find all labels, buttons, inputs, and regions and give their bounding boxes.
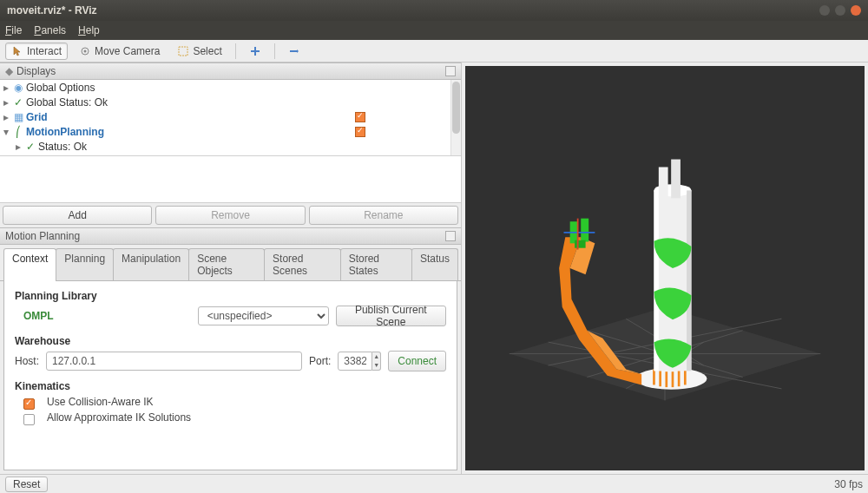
3d-viewport[interactable] bbox=[465, 66, 865, 470]
approx-ik-checkbox[interactable] bbox=[23, 414, 35, 425]
port-input[interactable] bbox=[338, 352, 372, 371]
grid-checkbox[interactable] bbox=[355, 112, 365, 122]
remove-tool-button[interactable] bbox=[282, 43, 306, 60]
tabs: Context Planning Manipulation Scene Obje… bbox=[0, 245, 461, 281]
check-icon: ✓ bbox=[24, 141, 36, 153]
window-title: moveit.rviz* - RViz bbox=[7, 4, 819, 16]
port-spinner[interactable]: ▲▼ bbox=[372, 352, 381, 371]
statusbar: Reset 30 fps bbox=[0, 474, 868, 493]
add-tool-button[interactable] bbox=[243, 43, 267, 60]
select-button[interactable]: Select bbox=[171, 43, 227, 60]
displays-tree[interactable]: ▸◉ Global Options ▸✓ Global Status: Ok ▸… bbox=[0, 80, 461, 156]
remove-button[interactable]: Remove bbox=[155, 206, 305, 225]
separator bbox=[235, 43, 236, 59]
svg-point-12 bbox=[635, 368, 707, 390]
svg-rect-24 bbox=[671, 160, 681, 199]
tree-item-global-status[interactable]: ▸✓ Global Status: Ok bbox=[0, 95, 461, 109]
tab-stored-scenes[interactable]: Stored Scenes bbox=[264, 248, 341, 280]
svg-rect-27 bbox=[575, 240, 586, 248]
gear-icon: ◉ bbox=[12, 82, 24, 94]
close-button[interactable] bbox=[851, 5, 861, 16]
svg-point-1 bbox=[84, 49, 87, 52]
interact-button[interactable]: Interact bbox=[5, 43, 68, 60]
tree-item-grid[interactable]: ▸▦ Grid bbox=[0, 109, 461, 124]
tree-item-motion-planning[interactable]: ▾⎛ MotionPlanning bbox=[0, 124, 461, 139]
titlebar: moveit.rviz* - RViz bbox=[0, 0, 868, 21]
tab-context[interactable]: Context bbox=[3, 248, 56, 280]
minimize-button[interactable] bbox=[819, 5, 830, 16]
tree-item-global-options[interactable]: ▸◉ Global Options bbox=[0, 80, 461, 95]
menubar: File Panels Help bbox=[0, 21, 868, 40]
connect-button[interactable]: Connect bbox=[388, 351, 446, 371]
scrollbar[interactable] bbox=[450, 80, 461, 155]
expand-icon[interactable]: ◆ bbox=[5, 65, 13, 77]
collision-ik-label: Use Collision-Aware IK bbox=[47, 396, 154, 408]
planning-library-title: Planning Library bbox=[15, 290, 446, 302]
plus-icon bbox=[249, 45, 261, 57]
panel-undock-button[interactable] bbox=[445, 231, 456, 241]
context-tab-body: Planning Library OMPL <unspecified> Publ… bbox=[3, 281, 457, 470]
publish-scene-button[interactable]: Publish Current Scene bbox=[336, 306, 446, 326]
menu-help[interactable]: Help bbox=[78, 24, 100, 36]
select-icon bbox=[177, 45, 189, 57]
move-camera-button[interactable]: Move Camera bbox=[73, 43, 166, 60]
separator bbox=[274, 43, 275, 59]
maximize-button[interactable] bbox=[835, 5, 845, 16]
displays-header: ◆ Displays bbox=[0, 62, 461, 80]
tab-manipulation[interactable]: Manipulation bbox=[113, 248, 189, 280]
reset-button[interactable]: Reset bbox=[5, 477, 48, 492]
approx-ik-label: Allow Approximate IK Solutions bbox=[47, 411, 191, 424]
host-label: Host: bbox=[15, 355, 39, 367]
fps-label: 30 fps bbox=[834, 478, 863, 490]
tree-item-status[interactable]: ▸✓ Status: Ok bbox=[0, 139, 461, 154]
panel-undock-button[interactable] bbox=[445, 66, 456, 76]
scene-render bbox=[465, 66, 865, 470]
displays-detail bbox=[0, 156, 461, 203]
tab-scene-objects[interactable]: Scene Objects bbox=[188, 248, 265, 280]
kinematics-title: Kinematics bbox=[15, 380, 446, 392]
menu-panels[interactable]: Panels bbox=[34, 24, 66, 36]
host-input[interactable] bbox=[46, 352, 302, 371]
motion-planning-header: Motion Planning bbox=[0, 227, 461, 245]
robot-icon: ⎛ bbox=[12, 126, 24, 138]
grid-icon: ▦ bbox=[12, 111, 24, 123]
svg-rect-2 bbox=[179, 47, 187, 56]
interact-icon bbox=[11, 45, 23, 57]
tab-planning[interactable]: Planning bbox=[56, 248, 114, 280]
menu-file[interactable]: File bbox=[5, 24, 22, 36]
planner-select[interactable]: <unspecified> bbox=[198, 306, 329, 325]
planner-name: OMPL bbox=[23, 310, 54, 322]
camera-icon bbox=[79, 45, 91, 57]
warehouse-title: Warehouse bbox=[15, 335, 446, 347]
tab-status[interactable]: Status bbox=[411, 248, 458, 280]
minus-icon bbox=[288, 45, 300, 57]
tree-item-move-group-ns[interactable]: Move Group Namespace bbox=[0, 154, 461, 156]
port-label: Port: bbox=[309, 355, 331, 367]
svg-rect-23 bbox=[659, 168, 668, 199]
motion-planning-checkbox[interactable] bbox=[355, 127, 365, 137]
add-button[interactable]: Add bbox=[3, 206, 152, 225]
toolbar: Interact Move Camera Select bbox=[0, 40, 868, 62]
svg-rect-26 bbox=[581, 219, 589, 242]
tab-stored-states[interactable]: Stored States bbox=[340, 248, 412, 280]
check-icon: ✓ bbox=[12, 96, 24, 108]
collision-ik-checkbox[interactable] bbox=[23, 398, 35, 410]
rename-button[interactable]: Rename bbox=[309, 206, 458, 225]
